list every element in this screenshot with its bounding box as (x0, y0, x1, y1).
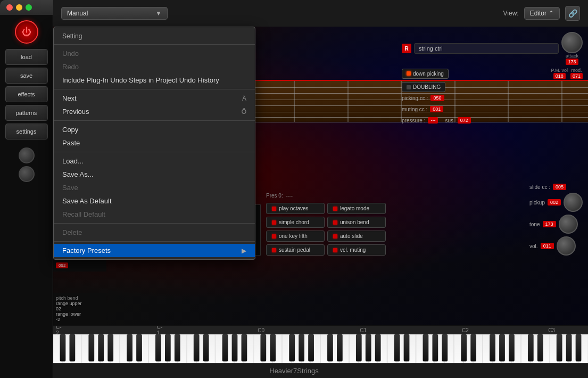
svg-rect-95 (576, 334, 582, 361)
menu-item-redo[interactable]: Redo (54, 60, 255, 73)
minimize-button[interactable] (16, 4, 22, 11)
load-button[interactable]: load (5, 49, 48, 65)
pitch-bend-label: pitch bend (56, 295, 104, 301)
pickup-value: 002 (548, 199, 561, 206)
menu-item-paste[interactable]: Paste (54, 136, 255, 150)
left-sidebar: ⏻ load save effects patterns settings (0, 15, 53, 378)
svg-rect-90 (509, 334, 515, 361)
auto-slide-button[interactable]: auto slide (327, 231, 386, 242)
dropdown-menu: Setting Undo Redo Include Plug-In Undo S… (53, 27, 255, 260)
menu-item-save[interactable]: Save (54, 181, 255, 194)
range-lower-label: range lower (56, 311, 104, 317)
muting-cc-row: muting cc : 001 (402, 106, 583, 112)
menu-item-save-as[interactable]: Save As... (54, 168, 255, 181)
svg-rect-60 (107, 334, 113, 361)
view-editor-button[interactable]: Editor ⌃ (524, 7, 560, 20)
doubling-button[interactable]: DOUBLING (402, 82, 445, 92)
menu-item-include[interactable]: Include Plug-In Undo Steps in Project Un… (54, 73, 255, 87)
pres-label: Pres 0: (266, 193, 283, 199)
menu-item-load[interactable]: Load... (54, 154, 255, 168)
menu-divider-3 (54, 120, 255, 121)
unison-bend-label: unison bend (340, 219, 369, 225)
legato-mode-led (333, 207, 337, 211)
vol-label: vol. (529, 243, 538, 249)
maximize-button[interactable] (26, 4, 32, 11)
view-editor-label: Editor (530, 10, 546, 17)
auto-slide-label: auto slide (340, 233, 363, 239)
footer-text: Heavier7Strings (269, 367, 319, 375)
close-button[interactable] (6, 4, 13, 11)
power-button[interactable]: ⏻ (15, 20, 38, 44)
svg-rect-75 (308, 334, 314, 361)
down-picking-button[interactable]: down picking (402, 69, 449, 79)
svg-rect-57 (70, 334, 76, 361)
picking-cc-label: picking cc : (402, 95, 428, 101)
patterns-button[interactable]: patterns (5, 105, 48, 121)
svg-rect-89 (499, 334, 505, 361)
pres-value: ---- (286, 193, 293, 199)
svg-rect-84 (432, 334, 438, 361)
vel-muting-button[interactable]: vel. muting (327, 244, 386, 256)
pm-vol-value: 018 (553, 73, 566, 79)
effects-button[interactable]: effects (5, 86, 48, 102)
menu-item-previous[interactable]: Previous Ö (54, 105, 255, 118)
menu-item-save-default[interactable]: Save As Default (54, 194, 255, 208)
vol-row: vol. 011 (529, 236, 583, 256)
svg-rect-76 (327, 334, 333, 361)
doubling-row: DOUBLING (402, 82, 583, 92)
svg-rect-67 (203, 334, 209, 361)
pm-vol-label: P.M. vol (551, 68, 568, 73)
sidebar-knob-2[interactable] (19, 166, 35, 182)
range-upper-label: range upper (56, 301, 104, 306)
attack-knob[interactable] (561, 32, 583, 53)
svg-rect-88 (490, 334, 495, 361)
preset-bar: Pres 0: ---- (266, 193, 386, 199)
key-label-c1p: C1 (360, 327, 367, 333)
svg-rect-83 (423, 334, 429, 361)
tone-row: tone 173 (529, 215, 583, 234)
preset-dropdown[interactable]: Manual ▼ (61, 7, 168, 20)
preset-value: Manual (67, 10, 88, 17)
svg-rect-65 (175, 334, 180, 361)
settings-button[interactable]: settings (5, 124, 48, 139)
svg-rect-66 (194, 334, 200, 361)
menu-item-delete[interactable]: Delete (54, 226, 255, 239)
menu-item-undo[interactable]: Undo (54, 47, 255, 60)
dropdown-arrow-icon: ▼ (155, 10, 162, 17)
pickup-knob[interactable] (564, 193, 583, 212)
menu-item-recall-default[interactable]: Recall Default (54, 208, 255, 221)
svg-rect-87 (470, 334, 476, 361)
feature-row-4: sustain pedal vel. muting (266, 244, 386, 256)
sidebar-knob-1[interactable] (19, 147, 35, 163)
menu-item-factory-presets[interactable]: Factory Presets ▶ (54, 244, 255, 257)
down-picking-row: down picking P.M. vol 018 mod. 071 (402, 68, 583, 79)
vel-muting-label: vel. muting (340, 247, 366, 253)
down-picking-label: down picking (413, 71, 444, 77)
svg-rect-81 (394, 334, 400, 361)
string-ctrl-row: R string ctrl attack 173 (402, 32, 583, 65)
next-shortcut: Ä (242, 95, 246, 102)
svg-rect-80 (375, 334, 381, 361)
unison-bend-button[interactable]: unison bend (327, 217, 386, 228)
svg-rect-74 (299, 334, 304, 361)
save-button[interactable]: save (5, 68, 48, 84)
slide-cc-label: slide cc : (529, 184, 550, 190)
menu-item-next[interactable]: Next Ä (54, 92, 255, 105)
vol-value: 011 (541, 243, 554, 249)
window-controls (6, 4, 32, 11)
sustain-pedal-button[interactable]: sustain pedal (266, 244, 325, 256)
key-label-c2p: C2 (462, 327, 469, 333)
link-button[interactable]: 🔗 (565, 6, 580, 21)
sustain-pedal-led (272, 248, 276, 252)
simple-chord-label: simple chord (279, 219, 309, 225)
legato-mode-button[interactable]: legato mode (327, 203, 386, 214)
doubling-label: DOUBLING (413, 84, 441, 90)
legato-mode-label: legato mode (340, 206, 369, 211)
play-octaves-button[interactable]: play octaves (266, 203, 325, 214)
one-key-fifth-button[interactable]: one key fifth (266, 231, 325, 242)
svg-rect-56 (60, 334, 66, 361)
vol-knob[interactable] (557, 236, 576, 256)
menu-item-copy[interactable]: Copy (54, 123, 255, 136)
simple-chord-button[interactable]: simple chord (266, 217, 325, 228)
tone-knob[interactable] (559, 215, 578, 234)
